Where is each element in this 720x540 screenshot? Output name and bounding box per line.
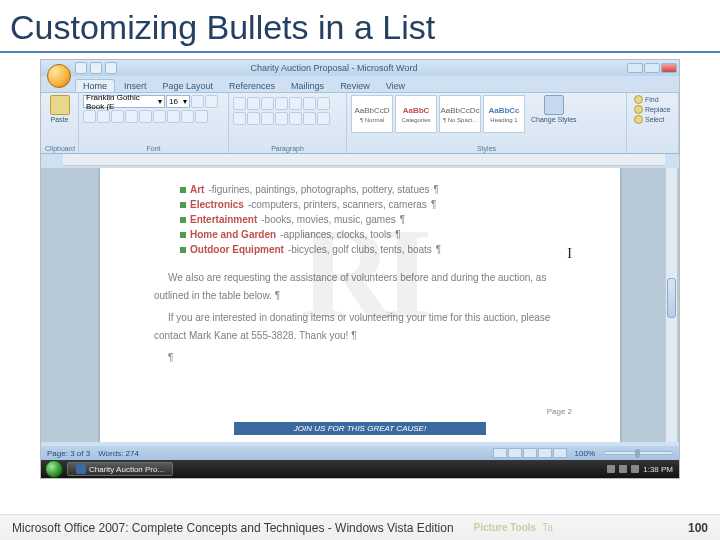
qat-redo-icon[interactable] — [105, 62, 117, 74]
close-button[interactable] — [661, 63, 677, 73]
italic-button[interactable] — [97, 110, 110, 123]
outline-view-button[interactable] — [538, 448, 552, 458]
select-button[interactable]: Select — [631, 115, 674, 124]
change-case-button[interactable] — [167, 110, 180, 123]
justify-button[interactable] — [275, 112, 288, 125]
full-screen-view-button[interactable] — [508, 448, 522, 458]
align-center-button[interactable] — [247, 112, 260, 125]
status-page[interactable]: Page: 3 of 3 — [47, 449, 90, 458]
document-page[interactable]: RI I Art-figurines, paintings, photograp… — [100, 168, 620, 442]
find-button[interactable]: Find — [631, 95, 674, 104]
tab-page-layout[interactable]: Page Layout — [156, 80, 221, 92]
replace-button[interactable]: Replace — [631, 105, 674, 114]
multilevel-list-button[interactable] — [261, 97, 274, 110]
title-underline — [0, 51, 720, 53]
tab-references[interactable]: References — [222, 80, 282, 92]
pilcrow-icon: ¶ — [400, 212, 405, 227]
pilcrow-icon: ¶ — [434, 182, 439, 197]
bullet-rest: -computers, printers, scanners, cameras — [248, 197, 427, 212]
pilcrow-icon: ¶ — [431, 197, 436, 212]
chevron-down-icon: ▾ — [183, 97, 187, 106]
sort-button[interactable] — [303, 97, 316, 110]
font-name-combo[interactable]: Franklin Gothic Book (E▾ — [83, 95, 165, 108]
superscript-button[interactable] — [153, 110, 166, 123]
taskbar-app-label: Charity Auction Pro... — [89, 465, 164, 474]
borders-button[interactable] — [317, 112, 330, 125]
bold-button[interactable] — [83, 110, 96, 123]
list-item[interactable]: Electronics-computers, printers, scanner… — [180, 197, 572, 212]
change-styles-label: Change Styles — [531, 116, 577, 123]
font-size-combo[interactable]: 16▾ — [166, 95, 190, 108]
start-button[interactable] — [45, 460, 63, 478]
tab-insert[interactable]: Insert — [117, 80, 154, 92]
select-icon — [634, 115, 643, 124]
align-left-button[interactable] — [233, 112, 246, 125]
clock[interactable]: 1:38 PM — [643, 465, 673, 474]
chevron-down-icon: ▾ — [158, 97, 162, 106]
window-titlebar: Charity Auction Proposal - Microsoft Wor… — [41, 60, 679, 76]
tab-mailings[interactable]: Mailings — [284, 80, 331, 92]
office-button[interactable] — [47, 64, 71, 88]
align-right-button[interactable] — [261, 112, 274, 125]
system-tray: 1:38 PM — [607, 465, 679, 474]
paste-button[interactable]: Paste — [45, 95, 74, 123]
qat-undo-icon[interactable] — [90, 62, 102, 74]
vertical-scrollbar[interactable] — [665, 168, 677, 442]
show-hide-button[interactable] — [317, 97, 330, 110]
pilcrow-icon: ¶ — [351, 330, 356, 341]
list-item[interactable]: Outdoor Equipment-bicycles, golf clubs, … — [180, 242, 572, 257]
underline-button[interactable] — [111, 110, 124, 123]
style-normal[interactable]: AaBbCcD¶ Normal — [351, 95, 393, 133]
draft-view-button[interactable] — [553, 448, 567, 458]
font-color-button[interactable] — [195, 110, 208, 123]
tab-view[interactable]: View — [379, 80, 412, 92]
square-bullet-icon — [180, 217, 186, 223]
bullets-button[interactable] — [233, 97, 246, 110]
increase-indent-button[interactable] — [289, 97, 302, 110]
grow-font-button[interactable] — [191, 95, 204, 108]
zoom-thumb[interactable] — [635, 449, 640, 458]
horizontal-ruler[interactable] — [63, 154, 665, 166]
window-title: Charity Auction Proposal - Microsoft Wor… — [41, 63, 627, 73]
tab-home[interactable]: Home — [75, 79, 115, 92]
list-item[interactable]: Art-figurines, paintings, photographs, p… — [180, 182, 572, 197]
tray-volume-icon[interactable] — [631, 465, 639, 473]
word-icon — [76, 464, 86, 474]
shading-button[interactable] — [303, 112, 316, 125]
tab-review[interactable]: Review — [333, 80, 377, 92]
status-words[interactable]: Words: 274 — [98, 449, 139, 458]
print-layout-view-button[interactable] — [493, 448, 507, 458]
zoom-slider[interactable] — [603, 451, 673, 455]
maximize-button[interactable] — [644, 63, 660, 73]
para1: We also are requesting the assistance of… — [154, 272, 546, 301]
select-label: Select — [645, 116, 664, 123]
taskbar-app-button[interactable]: Charity Auction Pro... — [67, 462, 173, 476]
style-categories[interactable]: AaBbCCategories — [395, 95, 437, 133]
body-text[interactable]: We also are requesting the assistance of… — [154, 269, 572, 367]
zoom-level[interactable]: 100% — [575, 449, 595, 458]
subscript-button[interactable] — [139, 110, 152, 123]
strikethrough-button[interactable] — [125, 110, 138, 123]
numbering-button[interactable] — [247, 97, 260, 110]
style-no-spacing[interactable]: AaBbCcDc¶ No Spaci... — [439, 95, 481, 133]
paste-icon — [50, 95, 70, 115]
bullet-bold: Home and Garden — [190, 227, 276, 242]
list-item[interactable]: Entertainment-books, movies, music, game… — [180, 212, 572, 227]
bullet-bold: Art — [190, 182, 204, 197]
list-item[interactable]: Home and Garden-appliances, clocks, tool… — [180, 227, 572, 242]
highlight-button[interactable] — [181, 110, 194, 123]
ribbon-tabs: Home Insert Page Layout References Maili… — [41, 76, 679, 92]
tray-icon[interactable] — [619, 465, 627, 473]
clipboard-group-label: Clipboard — [45, 145, 74, 153]
scrollbar-thumb[interactable] — [667, 278, 676, 318]
minimize-button[interactable] — [627, 63, 643, 73]
change-styles-button[interactable]: Change Styles — [531, 95, 577, 133]
line-spacing-button[interactable] — [289, 112, 302, 125]
decrease-indent-button[interactable] — [275, 97, 288, 110]
qat-save-icon[interactable] — [75, 62, 87, 74]
web-layout-view-button[interactable] — [523, 448, 537, 458]
tray-icon[interactable] — [607, 465, 615, 473]
style-name: Categories — [401, 117, 430, 123]
shrink-font-button[interactable] — [205, 95, 218, 108]
style-heading1[interactable]: AaBbCcHeading 1 — [483, 95, 525, 133]
